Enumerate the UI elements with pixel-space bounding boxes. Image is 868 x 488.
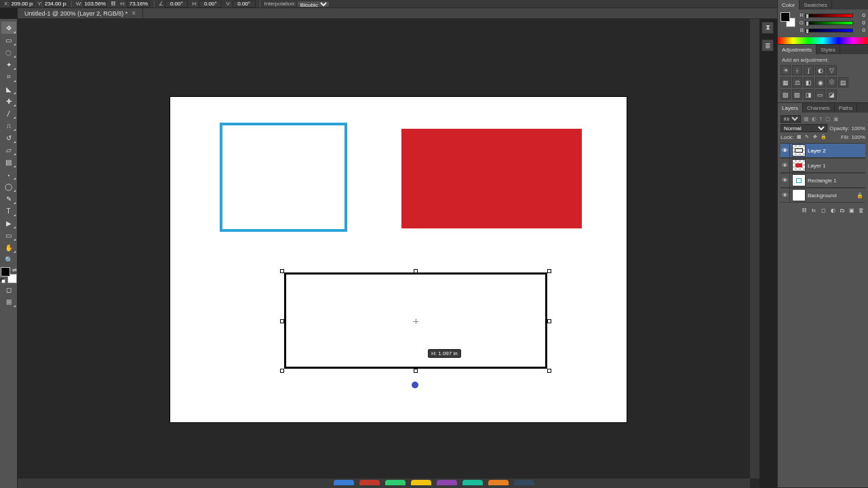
r-slider[interactable] bbox=[805, 14, 853, 18]
visibility-toggle-icon[interactable]: 👁 bbox=[781, 174, 790, 187]
visibility-toggle-icon[interactable]: 👁 bbox=[781, 144, 790, 157]
eraser-tool[interactable]: ▱ bbox=[1, 144, 16, 156]
adj-vibrance-icon[interactable]: ▽ bbox=[827, 65, 837, 75]
filter-smart-icon[interactable]: ▣ bbox=[833, 116, 839, 122]
layer-row[interactable]: 👁 Layer 1 bbox=[781, 158, 865, 173]
adj-bw-icon[interactable]: ◧ bbox=[804, 77, 814, 87]
adj-huesat-icon[interactable]: ▦ bbox=[781, 77, 791, 87]
tab-adjustments[interactable]: Adjustments bbox=[778, 45, 816, 54]
document-tab[interactable]: Untitled-1 @ 200% (Layer 2, RGB/8) * × bbox=[18, 8, 143, 18]
transform-handle-bl[interactable] bbox=[280, 369, 284, 373]
visibility-toggle-icon[interactable]: 👁 bbox=[781, 159, 790, 172]
adj-levels-icon[interactable]: ⟊ bbox=[792, 65, 802, 75]
magic-wand-tool[interactable]: ✦ bbox=[1, 58, 16, 70]
healing-brush-tool[interactable]: ✚ bbox=[1, 95, 16, 107]
history-panel-icon[interactable]: ⧗ bbox=[762, 22, 774, 34]
dodge-tool[interactable]: ◯ bbox=[1, 180, 16, 192]
w-field[interactable] bbox=[83, 1, 106, 7]
layer-thumb[interactable] bbox=[792, 144, 806, 157]
tab-channels[interactable]: Channels bbox=[803, 103, 835, 113]
layer-thumb[interactable] bbox=[792, 159, 806, 171]
transform-center-icon[interactable] bbox=[413, 319, 418, 324]
adj-photofilter-icon[interactable]: ◉ bbox=[815, 77, 825, 87]
crop-tool[interactable]: ⌗ bbox=[1, 70, 16, 83]
interp-select[interactable]: Bicubic bbox=[297, 1, 330, 7]
lock-transparency-icon[interactable]: ▦ bbox=[795, 134, 802, 140]
g-value[interactable]: 0 bbox=[854, 20, 865, 26]
move-tool[interactable]: ✥ bbox=[1, 22, 16, 34]
color-panel-swatch[interactable] bbox=[781, 12, 795, 27]
adj-selcolor-icon[interactable]: ◪ bbox=[827, 89, 837, 100]
transform-handle-mr[interactable] bbox=[547, 319, 551, 323]
vskew-field[interactable] bbox=[233, 1, 256, 7]
layer-thumb[interactable] bbox=[792, 174, 806, 186]
visibility-toggle-icon[interactable]: 👁 bbox=[781, 188, 790, 202]
fg-color-swatch[interactable] bbox=[1, 267, 10, 277]
default-colors-icon[interactable] bbox=[1, 279, 5, 283]
layer-name[interactable]: Rectangle 1 bbox=[808, 178, 837, 184]
blur-tool[interactable]: ⬩ bbox=[1, 168, 16, 180]
layer-name[interactable]: Layer 2 bbox=[808, 148, 826, 154]
layer-name[interactable]: Layer 1 bbox=[808, 163, 826, 169]
lock-position-icon[interactable]: ✥ bbox=[812, 134, 818, 140]
gradient-tool[interactable]: ▤ bbox=[1, 156, 16, 168]
quick-mask-tool[interactable]: ◻︎ bbox=[1, 283, 16, 296]
color-spectrum[interactable] bbox=[778, 37, 868, 44]
filter-adjust-icon[interactable]: ◐ bbox=[812, 116, 816, 122]
layer-name[interactable]: Background bbox=[808, 192, 837, 199]
transform-handle-ml[interactable] bbox=[280, 319, 284, 323]
tab-styles[interactable]: Styles bbox=[816, 45, 840, 54]
link-layers-icon[interactable]: ⛓ bbox=[800, 206, 808, 214]
g-slider[interactable] bbox=[805, 21, 853, 25]
adj-gradmap-icon[interactable]: ▭ bbox=[815, 89, 825, 100]
swap-colors-icon[interactable]: ⇄ bbox=[12, 267, 17, 273]
adj-lookup-icon[interactable]: ▤ bbox=[838, 77, 848, 87]
adj-curves-icon[interactable]: ∫ bbox=[804, 65, 814, 75]
shape-tool[interactable]: ▭ bbox=[1, 229, 16, 241]
eyedropper-tool[interactable]: ◣ bbox=[1, 83, 16, 95]
layer-fx-icon[interactable]: fx bbox=[810, 206, 818, 214]
adj-colorbal-icon[interactable]: ⚖ bbox=[792, 77, 802, 87]
tab-color[interactable]: Color bbox=[778, 0, 800, 9]
tab-swatches[interactable]: Swatches bbox=[800, 0, 832, 9]
properties-panel-icon[interactable]: ≣ bbox=[762, 39, 774, 52]
tab-paths[interactable]: Paths bbox=[835, 103, 857, 113]
layer-filter-select[interactable]: Kind bbox=[781, 115, 801, 123]
brush-tool[interactable]: 〳 bbox=[1, 107, 16, 119]
lock-pixels-icon[interactable]: ✎ bbox=[804, 134, 810, 140]
lasso-tool[interactable]: ◌ bbox=[1, 46, 16, 58]
filter-type-icon[interactable]: T bbox=[819, 116, 823, 122]
marquee-tool[interactable]: ▭ bbox=[1, 34, 16, 46]
adj-invert-icon[interactable]: ▨ bbox=[781, 89, 791, 100]
screen-mode-tool[interactable]: ⊞ bbox=[1, 296, 16, 308]
y-field[interactable] bbox=[44, 1, 67, 7]
transform-handle-bm[interactable] bbox=[414, 369, 418, 373]
macos-dock[interactable] bbox=[88, 480, 780, 488]
history-brush-tool[interactable]: ↺ bbox=[1, 131, 16, 144]
clone-stamp-tool[interactable]: ⎍ bbox=[1, 119, 16, 131]
x-field[interactable] bbox=[11, 1, 34, 7]
layer-row[interactable]: 👁 Rectangle 1 bbox=[781, 173, 865, 188]
hskew-field[interactable] bbox=[199, 1, 222, 7]
transform-handle-tl[interactable] bbox=[280, 269, 284, 273]
angle-field[interactable] bbox=[165, 1, 188, 7]
adj-brightness-icon[interactable]: ☀ bbox=[781, 65, 791, 75]
pen-tool[interactable]: ✎ bbox=[1, 192, 16, 205]
delete-layer-icon[interactable]: 🗑 bbox=[857, 206, 865, 214]
filter-shape-icon[interactable]: ▢ bbox=[825, 116, 831, 122]
lock-all-icon[interactable]: 🔒 bbox=[820, 134, 827, 140]
new-group-icon[interactable]: 🗀 bbox=[838, 206, 846, 214]
layer-thumb[interactable] bbox=[792, 189, 806, 201]
transform-handle-tm[interactable] bbox=[414, 269, 418, 273]
artboard[interactable]: H: 1.097 in bbox=[170, 97, 627, 422]
layer-row[interactable]: 👁 Background 🔒 bbox=[781, 188, 865, 203]
type-tool[interactable]: T bbox=[1, 205, 16, 217]
link-wh-icon[interactable]: ⛓ bbox=[111, 1, 116, 7]
h-field[interactable] bbox=[127, 1, 150, 7]
transform-bounding-box[interactable]: H: 1.097 in bbox=[282, 271, 549, 371]
opacity-value[interactable]: 100% bbox=[852, 125, 865, 131]
adj-chanmix-icon[interactable]: ⦾ bbox=[827, 77, 837, 87]
layer-mask-icon[interactable]: ◻︎ bbox=[819, 206, 827, 214]
layer-row[interactable]: 👁 Layer 2 bbox=[781, 143, 865, 158]
b-slider[interactable] bbox=[805, 28, 853, 33]
